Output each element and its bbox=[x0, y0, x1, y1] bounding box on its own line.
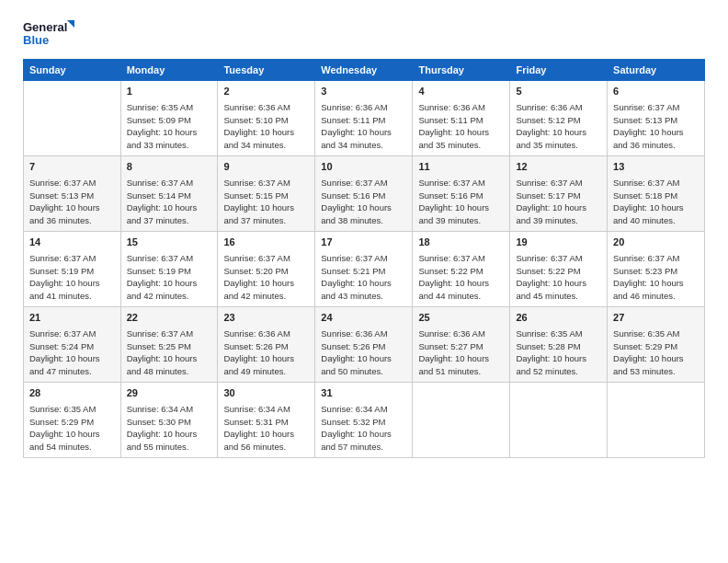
day-info-line: and 48 minutes. bbox=[127, 365, 212, 378]
day-info-line: and 57 minutes. bbox=[321, 441, 406, 454]
day-info-line: Sunrise: 6:35 AM bbox=[127, 101, 212, 114]
day-info-line: and 37 minutes. bbox=[223, 214, 309, 227]
day-number: 10 bbox=[321, 160, 406, 175]
day-info-line: Daylight: 10 hours bbox=[321, 126, 406, 139]
calendar-cell: 28Sunrise: 6:35 AMSunset: 5:29 PMDayligh… bbox=[24, 383, 121, 458]
day-info-line: Sunset: 5:10 PM bbox=[223, 114, 309, 127]
day-info-line: Sunset: 5:20 PM bbox=[223, 265, 309, 278]
day-info-line: Daylight: 10 hours bbox=[613, 352, 699, 365]
col-header-wednesday: Wednesday bbox=[315, 60, 413, 81]
calendar-cell: 16Sunrise: 6:37 AMSunset: 5:20 PMDayligh… bbox=[218, 232, 315, 307]
day-info-line: Sunset: 5:28 PM bbox=[516, 340, 601, 353]
day-info-line: Daylight: 10 hours bbox=[321, 428, 406, 441]
day-info-line: and 34 minutes. bbox=[321, 139, 406, 152]
day-info-line: and 49 minutes. bbox=[223, 365, 309, 378]
day-info-line: Daylight: 10 hours bbox=[29, 428, 115, 441]
day-number: 30 bbox=[223, 386, 309, 401]
col-header-thursday: Thursday bbox=[413, 60, 510, 81]
day-info-line: Sunset: 5:26 PM bbox=[223, 340, 309, 353]
day-number: 15 bbox=[127, 236, 212, 250]
day-info-line: Sunrise: 6:37 AM bbox=[29, 252, 115, 265]
day-info-line: Sunrise: 6:36 AM bbox=[223, 101, 309, 114]
day-info-line: Daylight: 10 hours bbox=[613, 126, 699, 139]
logo: GeneralBlue bbox=[23, 18, 78, 48]
calendar-cell: 21Sunrise: 6:37 AMSunset: 5:24 PMDayligh… bbox=[24, 307, 121, 383]
day-info-line: and 37 minutes. bbox=[127, 214, 212, 227]
calendar-cell: 10Sunrise: 6:37 AMSunset: 5:16 PMDayligh… bbox=[315, 156, 413, 232]
calendar-cell: 31Sunrise: 6:34 AMSunset: 5:32 PMDayligh… bbox=[315, 383, 413, 458]
calendar-cell: 13Sunrise: 6:37 AMSunset: 5:18 PMDayligh… bbox=[608, 156, 705, 232]
day-info-line: Daylight: 10 hours bbox=[418, 352, 504, 365]
day-info-line: Sunrise: 6:37 AM bbox=[127, 252, 212, 265]
day-info-line: and 38 minutes. bbox=[321, 214, 406, 227]
col-header-sunday: Sunday bbox=[24, 60, 121, 81]
day-info-line: Sunset: 5:25 PM bbox=[127, 340, 212, 353]
day-info-line: and 34 minutes. bbox=[223, 139, 309, 152]
day-info-line: Sunset: 5:31 PM bbox=[223, 416, 309, 429]
day-info-line: Daylight: 10 hours bbox=[516, 352, 601, 365]
day-info-line: Sunset: 5:16 PM bbox=[418, 190, 504, 202]
day-info-line: Sunrise: 6:37 AM bbox=[613, 101, 699, 114]
day-info-line: Daylight: 10 hours bbox=[223, 126, 309, 139]
day-info-line: Sunset: 5:15 PM bbox=[223, 190, 309, 202]
calendar-cell: 22Sunrise: 6:37 AMSunset: 5:25 PMDayligh… bbox=[120, 307, 218, 383]
day-info-line: Daylight: 10 hours bbox=[127, 277, 212, 290]
day-info-line: Sunrise: 6:36 AM bbox=[516, 101, 601, 114]
day-info-line: Daylight: 10 hours bbox=[127, 201, 212, 214]
day-info-line: Sunrise: 6:37 AM bbox=[127, 327, 212, 340]
day-number: 7 bbox=[29, 160, 115, 175]
calendar-cell: 26Sunrise: 6:35 AMSunset: 5:28 PMDayligh… bbox=[510, 307, 608, 383]
day-info-line: Sunrise: 6:35 AM bbox=[516, 327, 601, 340]
day-info-line: Sunrise: 6:37 AM bbox=[29, 327, 115, 340]
day-info-line: Sunset: 5:11 PM bbox=[418, 114, 504, 127]
day-info-line: Sunset: 5:26 PM bbox=[321, 340, 406, 353]
day-info-line: Sunrise: 6:37 AM bbox=[516, 177, 601, 190]
page-container: GeneralBlue SundayMondayTuesdayWednesday… bbox=[0, 0, 728, 472]
day-info-line: Sunset: 5:22 PM bbox=[418, 265, 504, 278]
week-row-4: 21Sunrise: 6:37 AMSunset: 5:24 PMDayligh… bbox=[24, 307, 705, 383]
day-info-line: and 44 minutes. bbox=[418, 290, 504, 303]
day-info-line: and 53 minutes. bbox=[613, 365, 699, 378]
day-info-line: and 35 minutes. bbox=[418, 139, 504, 152]
day-info-line: Sunrise: 6:37 AM bbox=[127, 177, 212, 190]
col-header-saturday: Saturday bbox=[608, 60, 705, 81]
day-info-line: Sunrise: 6:36 AM bbox=[321, 327, 406, 340]
day-info-line: and 45 minutes. bbox=[516, 290, 601, 303]
day-number: 16 bbox=[223, 236, 309, 250]
calendar-cell: 9Sunrise: 6:37 AMSunset: 5:15 PMDaylight… bbox=[218, 156, 315, 232]
day-info-line: Daylight: 10 hours bbox=[29, 201, 115, 214]
calendar-cell: 6Sunrise: 6:37 AMSunset: 5:13 PMDaylight… bbox=[608, 81, 705, 156]
week-row-2: 7Sunrise: 6:37 AMSunset: 5:13 PMDaylight… bbox=[24, 156, 705, 232]
day-number: 5 bbox=[516, 85, 601, 99]
day-info-line: Sunset: 5:19 PM bbox=[127, 265, 212, 278]
calendar-cell: 17Sunrise: 6:37 AMSunset: 5:21 PMDayligh… bbox=[315, 232, 413, 307]
day-number: 3 bbox=[321, 85, 406, 99]
page-header: GeneralBlue bbox=[23, 18, 705, 48]
day-number: 20 bbox=[613, 236, 699, 250]
day-info-line: Sunset: 5:19 PM bbox=[29, 265, 115, 278]
day-info-line: and 42 minutes. bbox=[223, 290, 309, 303]
day-info-line: Sunrise: 6:37 AM bbox=[321, 252, 406, 265]
day-info-line: Sunrise: 6:34 AM bbox=[127, 403, 212, 416]
day-info-line: Sunrise: 6:37 AM bbox=[418, 177, 504, 190]
day-number: 21 bbox=[29, 311, 115, 326]
day-number: 8 bbox=[127, 160, 212, 175]
day-info-line: Sunset: 5:09 PM bbox=[127, 114, 212, 127]
day-info-line: and 56 minutes. bbox=[223, 441, 309, 454]
week-row-1: 1Sunrise: 6:35 AMSunset: 5:09 PMDaylight… bbox=[24, 81, 705, 156]
day-info-line: and 39 minutes. bbox=[418, 214, 504, 227]
col-header-friday: Friday bbox=[510, 60, 608, 81]
calendar-cell: 25Sunrise: 6:36 AMSunset: 5:27 PMDayligh… bbox=[413, 307, 510, 383]
day-info-line: Sunset: 5:14 PM bbox=[127, 190, 212, 202]
day-number: 18 bbox=[418, 236, 504, 250]
day-info-line: Daylight: 10 hours bbox=[418, 201, 504, 214]
day-info-line: Sunset: 5:13 PM bbox=[613, 114, 699, 127]
day-info-line: Daylight: 10 hours bbox=[127, 428, 212, 441]
col-header-tuesday: Tuesday bbox=[218, 60, 315, 81]
day-info-line: and 54 minutes. bbox=[29, 441, 115, 454]
day-info-line: Daylight: 10 hours bbox=[516, 201, 601, 214]
day-number: 23 bbox=[223, 311, 309, 326]
calendar-cell bbox=[608, 383, 705, 458]
day-info-line: Sunrise: 6:37 AM bbox=[29, 177, 115, 190]
day-info-line: Daylight: 10 hours bbox=[29, 352, 115, 365]
